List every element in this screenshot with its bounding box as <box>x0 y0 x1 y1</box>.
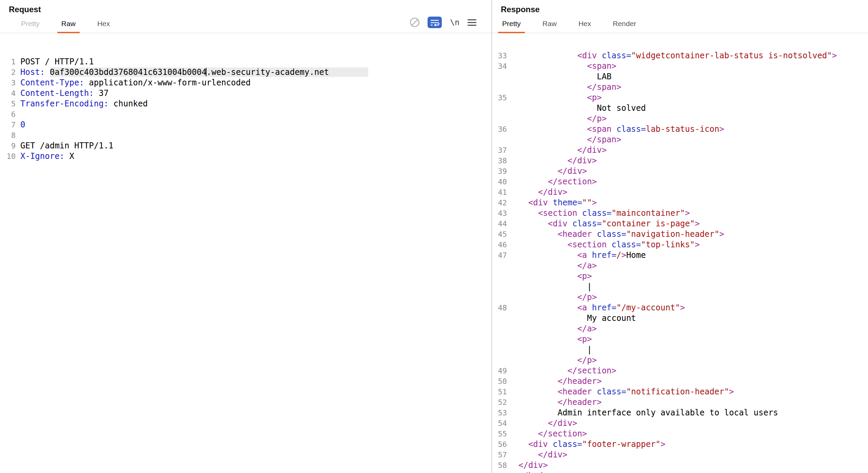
code-line-33[interactable]: 33 <div class="widgetcontainer-lab-statu… <box>492 50 868 61</box>
request-panel: Request PrettyRawHex \n 1POST / H <box>0 0 492 473</box>
code-line-42[interactable]: 42 <div theme=""> <box>492 198 868 208</box>
slash-bar <box>411 19 418 26</box>
code-line-40[interactable]: 40 </section> <box>492 177 868 187</box>
line-number: 49 <box>492 366 507 376</box>
code-text: </div> <box>518 187 568 198</box>
code-line-36[interactable]: 36 <span class=lab-status-icon> <box>492 124 868 135</box>
code-line-53[interactable]: 53 Admin interface only available to loc… <box>492 408 868 418</box>
tab-hex[interactable]: Hex <box>93 20 114 33</box>
line-number <box>492 103 507 114</box>
code-text: </span> <box>518 135 621 145</box>
line-number <box>492 345 507 355</box>
line-number <box>492 313 507 324</box>
code-line-46[interactable]: 46 <section class="top-links"> <box>492 240 868 250</box>
line-number: 54 <box>492 418 507 429</box>
word-wrap-icon[interactable] <box>428 17 442 28</box>
code-text: <span class=lab-status-icon> <box>518 124 724 135</box>
code-line-34[interactable]: 34 <span> <box>492 61 868 71</box>
code-line-4[interactable]: 4Content-Length: 37 <box>0 88 491 99</box>
code-line[interactable]: | <box>492 345 868 355</box>
code-line-2[interactable]: 2Host: 0af300c403bdd3768041c631004b0004.… <box>0 67 491 78</box>
code-line[interactable]: </span> <box>492 82 868 92</box>
code-line-37[interactable]: 37 </div> <box>492 145 868 156</box>
code-line[interactable]: Not solved <box>492 103 868 114</box>
request-panel-header: Request PrettyRawHex \n <box>0 0 491 33</box>
code-line-52[interactable]: 52 </header> <box>492 397 868 408</box>
code-text: </a> <box>518 324 597 334</box>
line-number: 9 <box>0 141 16 151</box>
tab-render[interactable]: Render <box>609 20 640 33</box>
code-line-7[interactable]: 70 <box>0 120 491 130</box>
code-line-5[interactable]: 5Transfer-Encoding: chunked <box>0 99 491 109</box>
code-text: <header class="notification-header"> <box>518 387 734 397</box>
code-text: 0 <box>20 120 25 130</box>
code-text: <a href="/my-account"> <box>518 303 685 313</box>
code-line[interactable]: </a> <box>492 261 868 271</box>
code-line[interactable]: My account <box>492 313 868 324</box>
code-line-45[interactable]: 45 <header class="navigation-header"> <box>492 229 868 240</box>
code-text: Host: 0af300c403bdd3768041c631004b0004.w… <box>20 67 368 78</box>
code-text: | <box>518 282 592 292</box>
line-number: 2 <box>0 67 16 78</box>
code-text: <div theme=""> <box>518 198 597 208</box>
code-line-49[interactable]: 49 </section> <box>492 366 868 376</box>
code-text: </section> <box>518 366 616 376</box>
tab-hex[interactable]: Hex <box>574 20 595 33</box>
code-line-43[interactable]: 43 <section class="maincontainer"> <box>492 208 868 219</box>
code-line-41[interactable]: 41 </div> <box>492 187 868 198</box>
code-line[interactable]: </p> <box>492 114 868 124</box>
request-code: 1POST / HTTP/1.12Host: 0af300c403bdd3768… <box>0 57 491 162</box>
code-line[interactable]: <p> <box>492 334 868 345</box>
code-line-47[interactable]: 47 <a href=/>Home <box>492 250 868 261</box>
code-text: </section> <box>518 177 597 187</box>
line-number: 50 <box>492 376 507 387</box>
editor-menu-icon[interactable] <box>468 19 476 26</box>
code-line-50[interactable]: 50 </header> <box>492 376 868 387</box>
code-text: X-Ignore: X <box>20 151 74 162</box>
line-number <box>492 282 507 292</box>
code-text: <section class="top-links"> <box>518 240 700 250</box>
menu-bar <box>468 22 476 23</box>
code-line[interactable]: <p> <box>492 271 868 282</box>
code-line-6[interactable]: 6 <box>0 109 491 120</box>
code-line-39[interactable]: 39 </div> <box>492 166 868 177</box>
code-line-58[interactable]: 58</div> <box>492 460 868 471</box>
tab-pretty[interactable]: Pretty <box>17 20 44 33</box>
code-line-35[interactable]: 35 <p> <box>492 92 868 103</box>
code-line[interactable]: | <box>492 282 868 292</box>
code-text: </div> <box>518 450 568 460</box>
code-text: <p> <box>518 334 592 345</box>
code-text: | <box>518 345 592 355</box>
request-editor[interactable]: 1POST / HTTP/1.12Host: 0af300c403bdd3768… <box>0 34 491 473</box>
code-line[interactable]: </a> <box>492 324 868 334</box>
show-newlines-icon[interactable]: \n <box>450 18 459 27</box>
code-line-10[interactable]: 10X-Ignore: X <box>0 151 491 162</box>
code-line[interactable]: </span> <box>492 135 868 145</box>
response-editor[interactable]: 33 <div class="widgetcontainer-lab-statu… <box>492 34 868 473</box>
highlighting-off-icon[interactable] <box>410 18 419 27</box>
line-number: 40 <box>492 177 507 187</box>
code-text: <header class="navigation-header"> <box>518 229 724 240</box>
code-line[interactable]: </p> <box>492 355 868 366</box>
code-line[interactable]: LAB <box>492 71 868 82</box>
code-line-54[interactable]: 54 </div> <box>492 418 868 429</box>
tab-pretty[interactable]: Pretty <box>498 20 525 33</box>
code-line-44[interactable]: 44 <div class="container is-page"> <box>492 219 868 229</box>
tab-raw[interactable]: Raw <box>538 20 561 33</box>
code-line-56[interactable]: 56 <div class="footer-wrapper"> <box>492 439 868 450</box>
code-line-55[interactable]: 55 </section> <box>492 429 868 439</box>
code-line-1[interactable]: 1POST / HTTP/1.1 <box>0 57 491 67</box>
code-line-3[interactable]: 3Content-Type: application/x-www-form-ur… <box>0 78 491 88</box>
code-line-57[interactable]: 57 </div> <box>492 450 868 460</box>
code-line-8[interactable]: 8 <box>0 130 491 141</box>
line-number <box>492 324 507 334</box>
code-line-48[interactable]: 48 <a href="/my-account"> <box>492 303 868 313</box>
code-line[interactable]: </p> <box>492 292 868 303</box>
code-line-59[interactable]: 59</body> <box>492 471 868 473</box>
code-line-51[interactable]: 51 <header class="notification-header"> <box>492 387 868 397</box>
code-text: </p> <box>518 114 607 124</box>
code-line-9[interactable]: 9GET /admin HTTP/1.1 <box>0 141 491 151</box>
line-number: 35 <box>492 92 507 103</box>
tab-raw[interactable]: Raw <box>57 20 80 33</box>
code-line-38[interactable]: 38 </div> <box>492 156 868 166</box>
